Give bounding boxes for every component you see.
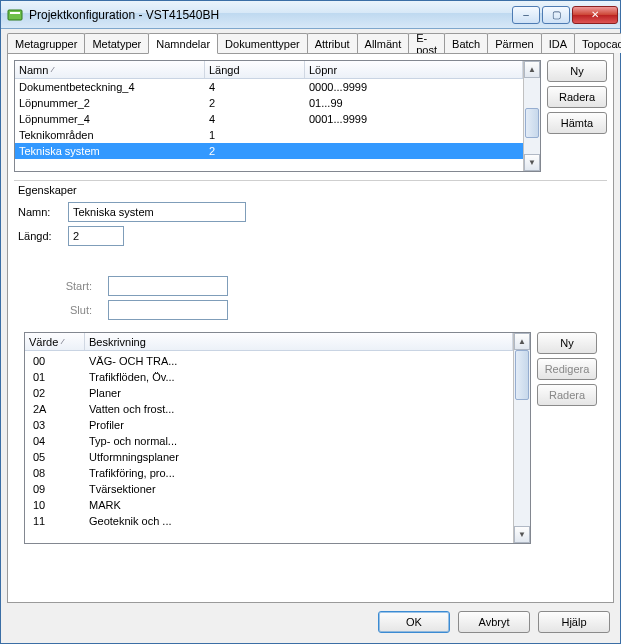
values-row[interactable]: 08Trafikföring, pro... bbox=[25, 465, 513, 481]
window-buttons: – ▢ ✕ bbox=[510, 6, 618, 24]
tab-dokumenttyper[interactable]: Dokumenttyper bbox=[217, 33, 308, 53]
namndelar-row[interactable]: Löpnummer_2201...99 bbox=[15, 95, 523, 111]
scroll-down-icon[interactable]: ▼ bbox=[514, 526, 530, 543]
values-row[interactable]: 2AVatten och frost... bbox=[25, 401, 513, 417]
tab-p-rmen[interactable]: Pärmen bbox=[487, 33, 542, 53]
sort-asc-icon: ∕ bbox=[62, 337, 63, 346]
tab-panel-namndelar: Namn∕ Längd Löpnr Dokumentbeteckning_440… bbox=[7, 53, 614, 603]
values-row[interactable]: 00VÄG‑ OCH TRA... bbox=[25, 353, 513, 369]
tab-ida[interactable]: IDA bbox=[541, 33, 575, 53]
values-row[interactable]: 03Profiler bbox=[25, 417, 513, 433]
tab-namndelar[interactable]: Namndelar bbox=[148, 33, 218, 54]
values-row[interactable]: 02Planer bbox=[25, 385, 513, 401]
namndelar-row[interactable]: Dokumentbeteckning_440000...9999 bbox=[15, 79, 523, 95]
namndelar-list-header[interactable]: Namn∕ Längd Löpnr bbox=[15, 61, 523, 79]
ok-button[interactable]: OK bbox=[378, 611, 450, 633]
values-row[interactable]: 11Geoteknik och ... bbox=[25, 513, 513, 529]
values-row[interactable]: 10MARK bbox=[25, 497, 513, 513]
col-lopnr-label: Löpnr bbox=[309, 64, 337, 76]
close-button[interactable]: ✕ bbox=[572, 6, 618, 24]
minimize-button[interactable]: – bbox=[512, 6, 540, 24]
scroll-down-icon[interactable]: ▼ bbox=[524, 154, 540, 171]
namndelar-row[interactable]: Teknikområden1 bbox=[15, 127, 523, 143]
window-title: Projektkonfiguration - VST41540BH bbox=[29, 8, 510, 22]
client-area: MetagrupperMetatyperNamndelarDokumenttyp… bbox=[1, 29, 620, 643]
titlebar[interactable]: Projektkonfiguration - VST41540BH – ▢ ✕ bbox=[1, 1, 620, 29]
tab-metatyper[interactable]: Metatyper bbox=[84, 33, 149, 53]
values-list[interactable]: Värde∕ Beskrivning 00VÄG‑ OCH TRA...01Tr… bbox=[24, 332, 531, 544]
ny-button[interactable]: Ny bbox=[547, 60, 607, 82]
svg-rect-0 bbox=[8, 10, 22, 20]
namndelar-list[interactable]: Namn∕ Längd Löpnr Dokumentbeteckning_440… bbox=[14, 60, 541, 172]
dialog-button-bar: OK Avbryt Hjälp bbox=[7, 603, 614, 637]
tabstrip: MetagrupperMetatyperNamndelarDokumenttyp… bbox=[7, 33, 614, 53]
sort-asc-icon: ∕ bbox=[52, 65, 53, 74]
tab-allm-nt[interactable]: Allmänt bbox=[357, 33, 410, 53]
egenskaper-title: Egenskaper bbox=[18, 184, 597, 196]
scroll-up-icon[interactable]: ▲ bbox=[514, 333, 530, 350]
langd-label: Längd: bbox=[18, 230, 62, 242]
window-root: Projektkonfiguration - VST41540BH – ▢ ✕ … bbox=[0, 0, 621, 644]
hamta-button[interactable]: Hämta bbox=[547, 112, 607, 134]
radera-button[interactable]: Radera bbox=[547, 86, 607, 108]
values-redigera-button[interactable]: Redigera bbox=[537, 358, 597, 380]
col-besk-label: Beskrivning bbox=[89, 336, 146, 348]
scroll-thumb[interactable] bbox=[515, 350, 529, 400]
values-row[interactable]: 01Trafikflöden, Öv... bbox=[25, 369, 513, 385]
langd-input[interactable] bbox=[68, 226, 124, 246]
slut-label: Slut: bbox=[54, 304, 102, 316]
namndelar-row[interactable]: Tekniska system2 bbox=[15, 143, 523, 159]
values-row[interactable]: 05Utformningsplaner bbox=[25, 449, 513, 465]
values-list-header[interactable]: Värde∕ Beskrivning bbox=[25, 333, 513, 351]
namndelar-scrollbar[interactable]: ▲ ▼ bbox=[523, 61, 540, 171]
col-namn-label: Namn bbox=[19, 64, 48, 76]
scroll-thumb[interactable] bbox=[525, 108, 539, 138]
tab-topocad[interactable]: Topocad bbox=[574, 33, 621, 53]
namndelar-side-buttons: Ny Radera Hämta bbox=[547, 60, 607, 172]
values-row[interactable]: 04Typ- och normal... bbox=[25, 433, 513, 449]
values-radera-button[interactable]: Radera bbox=[537, 384, 597, 406]
values-scrollbar[interactable]: ▲ ▼ bbox=[513, 333, 530, 543]
values-side-buttons: Ny Redigera Radera bbox=[537, 332, 597, 544]
tab-metagrupper[interactable]: Metagrupper bbox=[7, 33, 85, 53]
start-input[interactable] bbox=[108, 276, 228, 296]
tab-batch[interactable]: Batch bbox=[444, 33, 488, 53]
tab-attribut[interactable]: Attribut bbox=[307, 33, 358, 53]
avbryt-button[interactable]: Avbryt bbox=[458, 611, 530, 633]
maximize-button[interactable]: ▢ bbox=[542, 6, 570, 24]
namn-input[interactable] bbox=[68, 202, 246, 222]
namn-label: Namn: bbox=[18, 206, 62, 218]
hjalp-button[interactable]: Hjälp bbox=[538, 611, 610, 633]
values-row[interactable]: 09Tvärsektioner bbox=[25, 481, 513, 497]
slut-input[interactable] bbox=[108, 300, 228, 320]
tab-e-post[interactable]: E-post bbox=[408, 33, 445, 53]
col-varde-label: Värde bbox=[29, 336, 58, 348]
svg-rect-1 bbox=[10, 12, 20, 14]
col-langd-label: Längd bbox=[209, 64, 240, 76]
values-ny-button[interactable]: Ny bbox=[537, 332, 597, 354]
namndelar-row[interactable]: Löpnummer_440001...9999 bbox=[15, 111, 523, 127]
egenskaper-group: Egenskaper Namn: Längd: Start: Slut: bbox=[14, 180, 607, 324]
app-icon bbox=[7, 7, 23, 23]
start-label: Start: bbox=[54, 280, 102, 292]
scroll-up-icon[interactable]: ▲ bbox=[524, 61, 540, 78]
